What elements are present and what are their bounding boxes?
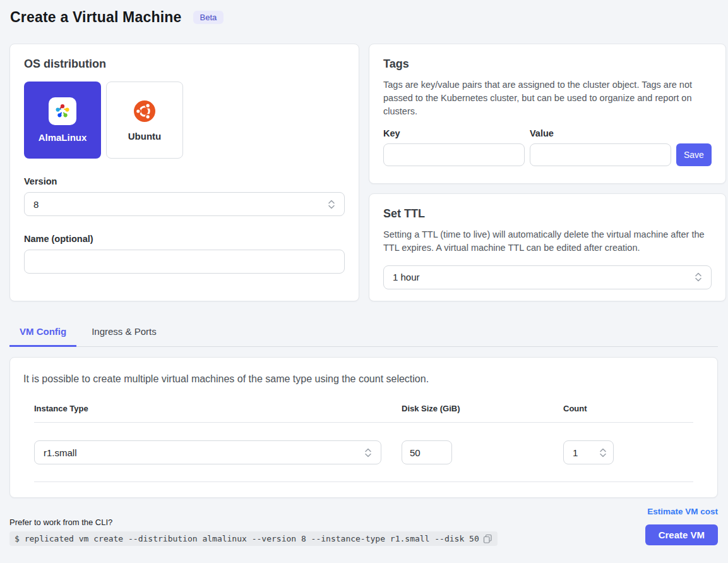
almalinux-icon <box>49 97 76 125</box>
create-vm-page: Create a Virtual Machine Beta OS distrib… <box>0 0 728 563</box>
tags-card: Tags Tags are key/value pairs that are a… <box>369 44 726 184</box>
tag-value-label: Value <box>530 128 671 138</box>
create-vm-button[interactable]: Create VM <box>645 524 718 545</box>
save-tag-button[interactable]: Save <box>676 143 712 166</box>
os-tile-ubuntu[interactable]: Ubuntu <box>106 82 183 159</box>
version-select[interactable]: 8 <box>24 192 345 216</box>
ttl-select[interactable]: 1 hour <box>383 265 712 289</box>
ttl-card: Set TTL Setting a TTL (time to live) wil… <box>369 193 726 301</box>
os-card-title: OS distribution <box>24 58 345 71</box>
os-tiles: AlmaLinux <box>24 82 345 159</box>
instance-table-header: Instance Type Disk Size (GiB) Count <box>34 404 693 423</box>
os-tile-almalinux[interactable]: AlmaLinux <box>24 82 101 159</box>
version-label: Version <box>24 176 345 186</box>
tag-key-input[interactable] <box>383 143 525 166</box>
ubuntu-icon <box>132 99 157 124</box>
chevron-updown-icon <box>599 447 607 458</box>
count-stepper[interactable]: 1 <box>563 440 614 464</box>
vm-config-message: It is possible to create multiple virtua… <box>20 373 707 385</box>
tab-vm-config[interactable]: VM Config <box>9 318 76 347</box>
name-input[interactable] <box>24 250 345 274</box>
instance-type-select[interactable]: r1.small <box>34 440 381 464</box>
col-count: Count <box>563 404 693 413</box>
estimate-vm-cost-link[interactable]: Estimate VM cost <box>647 507 718 516</box>
cli-command-block: $ replicated vm create --distribution al… <box>9 531 498 546</box>
chevron-updown-icon <box>328 199 335 210</box>
vm-config-card: It is possible to create multiple virtua… <box>9 357 718 498</box>
chevron-updown-icon <box>364 447 372 458</box>
ttl-select-value: 1 hour <box>393 272 420 282</box>
count-value: 1 <box>573 447 578 458</box>
page-title: Create a Virtual Machine <box>10 9 182 26</box>
ttl-card-title: Set TTL <box>383 207 712 221</box>
page-footer: Prefer to work from the CLI? $ replicate… <box>9 507 718 546</box>
tab-ingress-ports[interactable]: Ingress & Ports <box>76 318 172 346</box>
copy-icon[interactable] <box>483 534 492 543</box>
tags-description: Tags are key/value pairs that are assign… <box>383 78 712 118</box>
os-tile-label: Ubuntu <box>128 131 161 142</box>
tag-key-label: Key <box>383 128 525 138</box>
beta-badge: Beta <box>193 11 224 24</box>
col-disk-size: Disk Size (GiB) <box>402 404 563 413</box>
cli-command-text: $ replicated vm create --distribution al… <box>15 534 479 543</box>
chevron-updown-icon <box>695 272 702 282</box>
os-distribution-card: OS distribution <box>9 44 359 301</box>
name-label: Name (optional) <box>24 234 345 244</box>
config-tabs: VM Config Ingress & Ports <box>9 318 718 347</box>
tags-card-title: Tags <box>383 58 712 71</box>
tag-value-input[interactable] <box>530 143 671 166</box>
instance-type-value: r1.small <box>44 447 77 458</box>
cli-prompt-text: Prefer to work from the CLI? <box>9 518 498 527</box>
page-header: Create a Virtual Machine Beta <box>9 9 718 26</box>
instance-table: Instance Type Disk Size (GiB) Count r1.s… <box>20 404 707 482</box>
col-instance-type: Instance Type <box>34 404 402 413</box>
os-tile-label: AlmaLinux <box>39 132 87 143</box>
version-select-value: 8 <box>33 199 39 210</box>
ttl-description: Setting a TTL (time to live) will automa… <box>383 228 712 255</box>
disk-size-input[interactable] <box>402 440 452 464</box>
table-row: r1.small 1 <box>34 423 693 482</box>
